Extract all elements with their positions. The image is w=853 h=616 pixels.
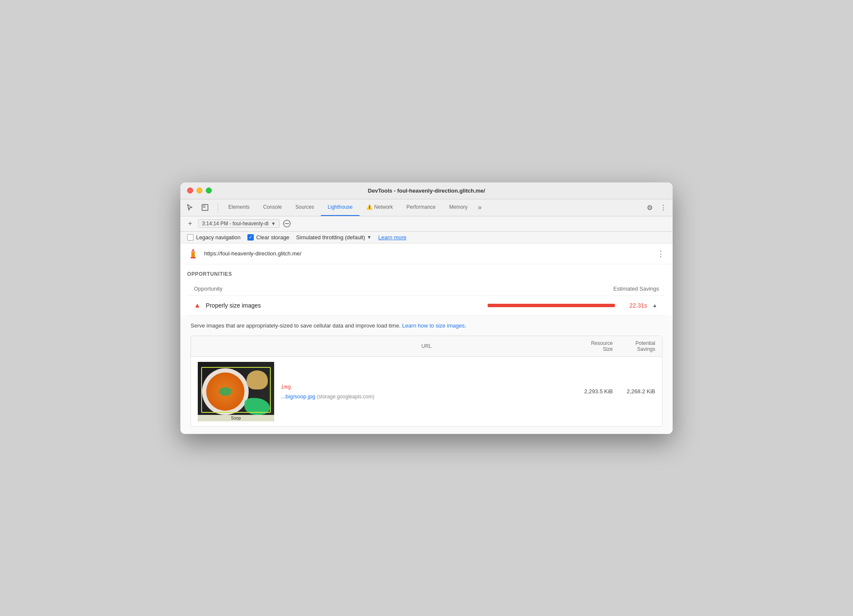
savings-bar [488, 304, 615, 307]
no-entry-button[interactable] [283, 220, 291, 227]
sub-table: URL Resource Size Potential Savings [191, 336, 662, 427]
opportunity-name: Properly size images [206, 302, 481, 309]
table-header: Opportunity Estimated Savings [187, 282, 666, 296]
soup-garnish [219, 387, 232, 396]
resource-size-value: 2,293.5 KiB [570, 388, 613, 395]
savings-bar-container [488, 304, 615, 307]
clear-storage-checkbox[interactable] [247, 234, 254, 241]
minimize-button[interactable] [196, 188, 202, 193]
devtools-window: DevTools - foul-heavenly-direction.glitc… [180, 182, 673, 434]
opportunities-section: OPPORTUNITIES Opportunity Estimated Savi… [180, 264, 673, 316]
potential-savings-value: 2,268.2 KiB [613, 388, 655, 395]
devtools-toolbar: Elements Console Sources Lighthouse ⚠️ N… [180, 199, 673, 216]
svg-rect-3 [191, 252, 195, 258]
settings-button[interactable]: ⚙ [644, 202, 656, 213]
traffic-lights [187, 188, 212, 193]
file-info: ...big/soop.jpg (storage.googleapis.com) [281, 393, 570, 400]
learn-more-link[interactable]: Learn more [378, 234, 406, 241]
title-bar: DevTools - foul-heavenly-direction.glitc… [180, 182, 673, 199]
soup-image: Soop [198, 362, 274, 421]
throttling-dropdown-arrow: ▼ [367, 235, 371, 240]
expanded-description: Serve images that are appropriately-size… [191, 322, 662, 329]
sub-col-url-header: URL [283, 343, 570, 349]
toolbar-right: ⚙ ⋮ [644, 202, 669, 213]
throttling-label[interactable]: Simulated throttling (default) ▼ [296, 234, 371, 241]
url-text: https://foul-heavenly-direction.glitch.m… [204, 250, 651, 257]
main-content: https://foul-heavenly-direction.glitch.m… [180, 244, 673, 434]
url-bar: https://foul-heavenly-direction.glitch.m… [180, 244, 673, 264]
tab-lighthouse[interactable]: Lighthouse [321, 199, 359, 216]
options-bar: Legacy navigation Clear storage Simulate… [180, 232, 673, 244]
learn-how-link[interactable]: Learn how to size images [402, 322, 465, 329]
svg-rect-4 [191, 257, 196, 258]
expanded-section: Serve images that are appropriately-size… [180, 316, 673, 434]
timestamp-pill[interactable]: 3:14:14 PM - foul-heavenly-di ▼ [198, 219, 280, 228]
timestamp-dropdown-arrow: ▼ [271, 221, 276, 226]
tab-sources[interactable]: Sources [289, 199, 321, 216]
network-warning-icon: ⚠️ [366, 204, 373, 210]
svg-rect-1 [203, 206, 205, 207]
tab-network[interactable]: ⚠️ Network [359, 199, 400, 216]
toolbar-divider [218, 202, 218, 213]
opportunity-row-images[interactable]: ▲ Properly size images 22.31s ▲ [187, 296, 666, 316]
soup-label: Soop [198, 415, 274, 421]
legacy-navigation-label[interactable]: Legacy navigation [187, 234, 241, 241]
tab-console[interactable]: Console [256, 199, 289, 216]
soup-plate [202, 368, 249, 415]
col-opportunity-header: Opportunity [194, 286, 600, 292]
col-estimated-savings-header: Estimated Savings [600, 286, 659, 292]
tab-performance[interactable]: Performance [400, 199, 443, 216]
svg-rect-5 [192, 251, 194, 252]
cursor-tool-button[interactable] [184, 202, 196, 213]
image-preview-container: Soop [198, 362, 274, 421]
more-tabs-button[interactable]: » [474, 204, 485, 211]
legacy-navigation-checkbox[interactable] [187, 234, 194, 241]
clear-storage-label[interactable]: Clear storage [247, 234, 289, 241]
filename[interactable]: ...big/soop.jpg [281, 393, 315, 400]
tab-memory[interactable]: Memory [443, 199, 474, 216]
more-options-button[interactable]: ⋮ [657, 202, 669, 213]
lighthouse-icon [187, 248, 199, 260]
timestamp-text: 3:14:14 PM - foul-heavenly-di [202, 221, 269, 227]
sub-table-row-0: Soop img ...big/soop.jpg (storage.google… [191, 357, 662, 426]
add-tab-button[interactable]: + [185, 219, 195, 228]
tab-elements[interactable]: Elements [222, 199, 256, 216]
tabs-container: Elements Console Sources Lighthouse ⚠️ N… [222, 199, 644, 216]
maximize-button[interactable] [206, 188, 212, 193]
savings-value: 22.31s [622, 302, 647, 309]
window-title: DevTools - foul-heavenly-direction.glitc… [368, 188, 485, 194]
chevron-up-icon[interactable]: ▲ [651, 301, 659, 310]
warning-triangle-icon: ▲ [194, 302, 201, 309]
domain: (storage.googleapis.com) [317, 394, 374, 400]
close-button[interactable] [187, 188, 193, 193]
bread-roll [247, 370, 268, 389]
soup-bowl-inner [206, 372, 244, 411]
section-title: OPPORTUNITIES [187, 271, 666, 277]
sub-col-savings-header: Potential Savings [613, 340, 655, 352]
sub-col-size-header: Resource Size [570, 340, 613, 352]
inspect-element-button[interactable] [199, 202, 211, 213]
url-more-button[interactable]: ⋮ [656, 249, 666, 259]
second-toolbar: + 3:14:14 PM - foul-heavenly-di ▼ [180, 216, 673, 232]
row-content: img ...big/soop.jpg (storage.googleapis.… [281, 384, 570, 400]
img-tag: img [281, 384, 570, 390]
toolbar-icons [184, 202, 211, 213]
sub-table-header: URL Resource Size Potential Savings [191, 336, 662, 357]
image-preview: Soop [198, 362, 274, 421]
